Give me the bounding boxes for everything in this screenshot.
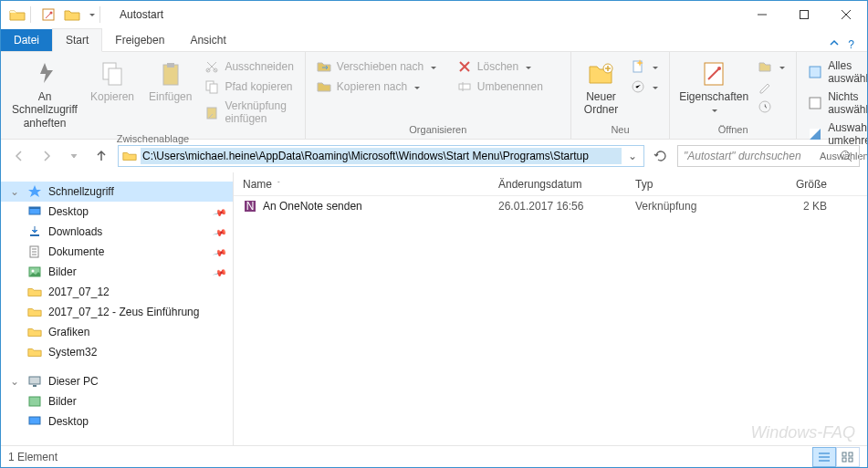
column-type[interactable]: Typ bbox=[626, 178, 745, 191]
tab-view[interactable]: Ansicht bbox=[177, 29, 238, 51]
cut-button[interactable]: Ausschneiden bbox=[201, 57, 297, 76]
address-dropdown[interactable]: ⌄ bbox=[625, 150, 640, 162]
copy-path-button[interactable]: Pfad kopieren bbox=[201, 78, 297, 96]
minimize-button[interactable] bbox=[741, 1, 783, 28]
nav-item-folder[interactable]: System32 bbox=[1, 342, 233, 362]
svg-rect-4 bbox=[109, 68, 121, 85]
maximize-button[interactable] bbox=[783, 1, 825, 28]
copy-label: Kopieren bbox=[90, 90, 134, 103]
search-placeholder: "Autostart" durchsuchen bbox=[684, 150, 839, 162]
nav-item-folder[interactable]: 2017_07_12 bbox=[1, 282, 233, 302]
svg-rect-24 bbox=[30, 234, 39, 236]
open-icon bbox=[758, 59, 772, 74]
column-name[interactable]: Nameˆ bbox=[234, 178, 489, 191]
edit-icon bbox=[758, 79, 772, 94]
ribbon-group-new: Neuer Ordner Neu bbox=[571, 52, 670, 139]
new-folder-button[interactable]: Neuer Ordner bbox=[579, 57, 623, 119]
nav-item-folder[interactable]: 2017_07_12 - Zeus Einführung bbox=[1, 302, 233, 322]
ribbon-group-select: Alles auswählen Nichts auswählen Auswahl… bbox=[797, 52, 868, 139]
nav-item-label: 2017_07_12 - Zeus Einführung bbox=[48, 306, 199, 318]
address-input[interactable] bbox=[141, 148, 622, 164]
pin-label: An Schnellzugriff anheften bbox=[12, 90, 78, 130]
file-rows: N An OneNote senden 26.01.2017 16:56 Ver… bbox=[234, 196, 867, 445]
nav-item-pictures[interactable]: Bilder 📌 bbox=[1, 262, 233, 282]
nav-this-pc[interactable]: ⌄ Dieser PC bbox=[1, 371, 233, 391]
column-modified[interactable]: Änderungsdatum bbox=[489, 178, 626, 191]
pin-to-quick-access-button[interactable]: An Schnellzugriff anheften bbox=[8, 57, 81, 131]
nav-quick-access-label: Schnellzugriff bbox=[48, 185, 114, 198]
svg-rect-12 bbox=[459, 84, 470, 89]
properties-button[interactable]: Eigenschaften bbox=[677, 57, 750, 119]
nav-item-label: System32 bbox=[48, 346, 97, 359]
address-bar[interactable]: ⌄ bbox=[118, 145, 644, 167]
nav-item-folder[interactable]: Grafiken bbox=[1, 322, 233, 342]
nav-up-button[interactable] bbox=[90, 145, 112, 167]
nav-forward-button[interactable] bbox=[36, 145, 58, 167]
nav-pc-pictures[interactable]: Bilder bbox=[1, 391, 233, 411]
svg-rect-36 bbox=[842, 458, 846, 462]
nav-item-label: Downloads bbox=[48, 225, 102, 238]
svg-rect-29 bbox=[33, 385, 37, 387]
paste-shortcut-label: Verknüpfung einfügen bbox=[225, 99, 293, 125]
column-size[interactable]: Größe bbox=[745, 178, 836, 191]
easy-access-icon bbox=[631, 79, 645, 94]
nav-item-label: Bilder bbox=[48, 395, 77, 408]
ribbon-collapse-button[interactable]: ? bbox=[816, 37, 867, 51]
svg-rect-0 bbox=[43, 9, 54, 20]
select-none-button[interactable]: Nichts auswählen bbox=[804, 88, 868, 118]
nav-item-label: Dokumente bbox=[48, 245, 104, 258]
qat-customize-dropdown[interactable] bbox=[85, 4, 98, 26]
move-to-label: Verschieben nach bbox=[337, 60, 424, 73]
app-folder-icon bbox=[6, 4, 28, 26]
view-details-button[interactable] bbox=[812, 447, 836, 467]
nav-item-desktop[interactable]: Desktop 📌 bbox=[1, 202, 233, 222]
nav-this-pc-label: Dieser PC bbox=[48, 375, 99, 388]
delete-button[interactable]: Löschen bbox=[454, 57, 563, 76]
qat-properties-icon[interactable] bbox=[37, 4, 59, 26]
quick-access-toolbar bbox=[1, 4, 110, 26]
paste-shortcut-button[interactable]: Verknüpfung einfügen bbox=[201, 98, 297, 127]
move-to-button[interactable]: Verschieben nach bbox=[313, 57, 450, 76]
nav-back-button[interactable] bbox=[8, 145, 30, 167]
nav-item-downloads[interactable]: Downloads 📌 bbox=[1, 222, 233, 242]
navigation-pane[interactable]: ⌄ Schnellzugriff Desktop 📌 Downloads 📌 D… bbox=[1, 172, 234, 445]
history-icon bbox=[758, 99, 772, 114]
chevron-down-icon: ⌄ bbox=[10, 375, 19, 388]
view-large-icons-button[interactable] bbox=[836, 447, 860, 467]
rename-icon bbox=[457, 79, 472, 94]
copy-to-button[interactable]: Kopieren nach bbox=[313, 78, 450, 96]
edit-button[interactable] bbox=[754, 78, 789, 96]
select-all-button[interactable]: Alles auswählen bbox=[804, 57, 868, 87]
svg-rect-2 bbox=[800, 11, 809, 19]
history-button[interactable] bbox=[754, 98, 789, 116]
rename-button[interactable]: Umbenennen bbox=[454, 78, 563, 96]
tab-share[interactable]: Freigeben bbox=[102, 29, 177, 51]
nav-quick-access[interactable]: ⌄ Schnellzugriff bbox=[1, 182, 233, 202]
nav-item-documents[interactable]: Dokumente 📌 bbox=[1, 242, 233, 262]
open-button[interactable] bbox=[754, 57, 789, 76]
ribbon-group-clipboard: An Schnellzugriff anheften Kopieren Einf… bbox=[1, 52, 306, 139]
properties-label: Eigenschaften bbox=[679, 90, 748, 103]
svg-rect-10 bbox=[210, 84, 217, 93]
tab-file[interactable]: Datei bbox=[1, 29, 52, 51]
file-row[interactable]: N An OneNote senden 26.01.2017 16:56 Ver… bbox=[234, 196, 867, 216]
paste-shortcut-icon bbox=[204, 105, 219, 120]
svg-rect-37 bbox=[849, 458, 852, 462]
nav-pc-desktop[interactable]: Desktop bbox=[1, 411, 233, 432]
downloads-icon bbox=[26, 224, 43, 239]
easy-access-button[interactable] bbox=[627, 78, 662, 96]
copy-button[interactable]: Kopieren bbox=[85, 57, 140, 105]
qat-newfolder-icon[interactable] bbox=[61, 4, 83, 26]
nav-recent-dropdown[interactable] bbox=[63, 145, 85, 167]
search-box[interactable]: "Autostart" durchsuchen bbox=[677, 145, 860, 167]
close-button[interactable] bbox=[825, 1, 867, 28]
refresh-button[interactable] bbox=[650, 145, 672, 167]
paste-button[interactable]: Einfügen bbox=[143, 57, 197, 105]
new-item-button[interactable] bbox=[627, 57, 662, 76]
folder-icon bbox=[26, 345, 43, 359]
select-all-label: Alles auswählen bbox=[828, 59, 868, 85]
svg-rect-23 bbox=[29, 207, 40, 209]
svg-point-21 bbox=[842, 151, 850, 160]
svg-rect-30 bbox=[29, 397, 40, 406]
tab-home[interactable]: Start bbox=[52, 28, 102, 52]
